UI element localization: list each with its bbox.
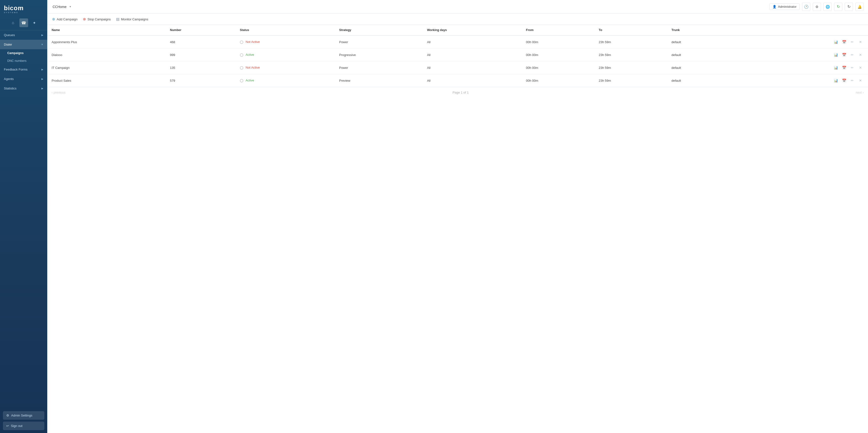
stop-campaigns-label: Stop Campaigns [88,18,111,21]
table-row: IT Campaign 135 Not Active Power All 00h… [47,61,868,74]
stats-button[interactable]: 📊 [833,39,839,45]
edit-button[interactable]: ✏ [849,39,856,45]
clock-button[interactable]: 🕐 [802,3,810,11]
sidebar-item-agents[interactable]: Agents ▶ [0,74,47,84]
table-row: Product Sales 579 Active Preview All 00h… [47,74,868,87]
stats-button[interactable]: 📊 [833,77,839,84]
edit-button[interactable]: ✏ [849,52,856,58]
refresh-icon: ↻ [847,4,850,9]
stats-button[interactable]: 📊 [833,64,839,71]
context-selector[interactable]: CCHome ▼ [52,4,72,10]
globe-settings-icon: ⚙ [815,5,818,9]
sidebar-subitem-dnc[interactable]: DNC numbers [0,57,47,65]
stats-button[interactable]: 📊 [833,52,839,58]
delete-button[interactable]: ✕ [857,64,864,71]
prev-page-button[interactable]: ‹ previous [52,91,65,94]
cell-actions: 📊 📅 ✏ ✕ [730,61,868,74]
edit-button[interactable]: ✏ [849,77,856,84]
context-select[interactable]: CCHome [52,4,72,10]
table-row: Dialooo 999 Active Progressive All 00h 0… [47,49,868,61]
brand-name: bicom [4,4,24,12]
admin-user-menu[interactable]: 👤 Administrator [769,3,800,10]
cell-strategy: Progressive [335,49,423,61]
col-actions [730,25,868,35]
calendar-button[interactable]: 📅 [841,77,847,84]
add-campaign-button[interactable]: ⊕ Add Campaign [52,16,78,22]
main-content: CCHome ▼ 👤 Administrator 🕐 ⚙ 🌐 ↻ [47,0,868,433]
cell-number: 579 [165,74,236,87]
edit-button[interactable]: ✏ [849,64,856,71]
delete-button[interactable]: ✕ [857,77,864,84]
user-icon: 👤 [773,5,776,8]
sidebar-item-feedback-forms[interactable]: Feedback Forms ▶ [0,65,47,74]
refresh-button[interactable]: ↻ [845,3,853,11]
bell-icon: 🔔 [858,5,862,9]
status-dot-icon [240,79,243,82]
cell-actions: 📊 📅 ✏ ✕ [730,35,868,49]
sidebar-item-statistics[interactable]: Statistics ▶ [0,84,47,93]
sidebar-top-icons: ⌂ ☎ ✦ [0,17,47,30]
cell-number: 999 [165,49,236,61]
sidebar-item-statistics-label: Statistics [4,87,17,90]
cell-from: 00h 00m [522,74,594,87]
cell-name: IT Campaign [47,61,165,74]
status-dot-icon [240,53,243,57]
sidebar-subitem-campaigns[interactable]: Campaigns [0,49,47,57]
gear-icon[interactable]: ✦ [30,19,39,27]
bell-button[interactable]: 🔔 [856,3,864,11]
refresh-green-button[interactable]: ↻ [834,3,842,11]
col-strategy: Strategy [335,25,423,35]
table-row: Appoinments Plus 468 Not Active Power Al… [47,35,868,49]
delete-button[interactable]: ✕ [857,39,864,45]
admin-label: Administrator [778,5,797,8]
signout-icon: ↩ [6,424,9,428]
header-row: Name Number Status Strategy Working days… [47,25,868,35]
cell-status: Not Active [236,61,335,74]
cell-status: Active [236,49,335,61]
sidebar-bottom: ⚙ Admin Settings ↩ Sign out [0,408,47,433]
add-campaign-label: Add Campaign [57,18,78,21]
delete-button[interactable]: ✕ [857,52,864,58]
cell-working-days: All [423,74,522,87]
globe-settings-button[interactable]: ⚙ [813,3,821,11]
sign-out-label: Sign out [11,424,23,428]
sign-out-button[interactable]: ↩ Sign out [3,422,44,430]
campaigns-table: Name Number Status Strategy Working days… [47,25,868,87]
cell-working-days: All [423,49,522,61]
calendar-button[interactable]: 📅 [841,64,847,71]
monitor-campaigns-label: Monitor Campaigns [121,18,148,21]
next-page-button[interactable]: next › [856,91,864,94]
stop-campaigns-button[interactable]: ⊗ Stop Campaigns [83,16,111,22]
cell-actions: 📊 📅 ✏ ✕ [730,74,868,87]
cell-working-days: All [423,35,522,49]
chevron-down-icon: ▼ [41,43,43,46]
chevron-right-icon-4: ▶ [41,87,43,90]
calendar-button[interactable]: 📅 [841,52,847,58]
home-icon[interactable]: ⌂ [9,19,18,27]
chevron-right-icon-3: ▶ [41,78,43,80]
status-text: Active [246,53,254,57]
chevron-right-icon-2: ▶ [41,68,43,71]
col-number: Number [165,25,236,35]
status-dot-icon [240,66,243,69]
sidebar-item-queues[interactable]: Queues ▶ [0,30,47,40]
add-icon: ⊕ [52,17,55,21]
col-to: To [594,25,667,35]
globe-button[interactable]: 🌐 [824,3,832,11]
monitor-campaigns-button[interactable]: ▤ Monitor Campaigns [116,16,149,22]
cell-trunk: default [667,49,730,61]
cell-name: Product Sales [47,74,165,87]
sidebar-item-dialer[interactable]: Dialer ▼ [0,40,47,49]
table-header: Name Number Status Strategy Working days… [47,25,868,35]
cell-actions: 📊 📅 ✏ ✕ [730,49,868,61]
admin-settings-button[interactable]: ⚙ Admin Settings [3,411,44,420]
phone-icon[interactable]: ☎ [20,19,28,27]
cell-number: 468 [165,35,236,49]
calendar-button[interactable]: 📅 [841,39,847,45]
cell-to: 23h 59m [594,35,667,49]
cell-to: 23h 59m [594,61,667,74]
cell-status: Not Active [236,35,335,49]
cell-from: 00h 00m [522,35,594,49]
cell-status: Active [236,74,335,87]
cell-trunk: default [667,74,730,87]
